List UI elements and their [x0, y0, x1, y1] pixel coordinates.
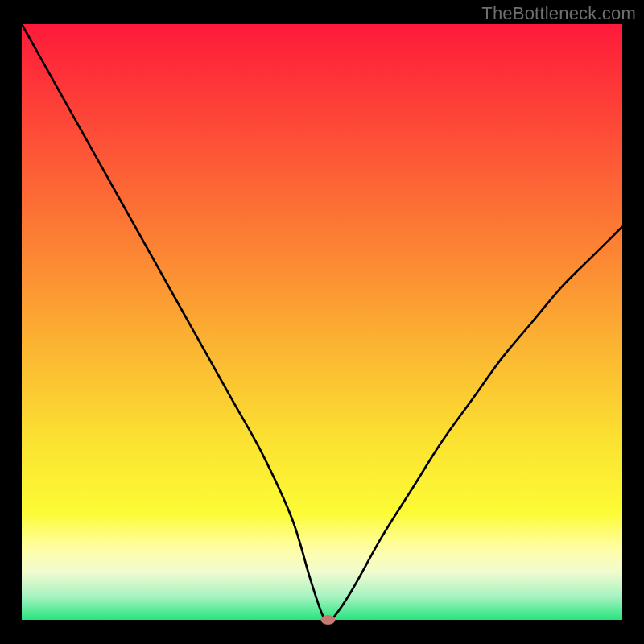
bottleneck-chart: [0, 0, 644, 644]
watermark-text: TheBottleneck.com: [481, 3, 636, 24]
chart-frame: TheBottleneck.com: [0, 0, 644, 644]
optimum-marker: [320, 615, 335, 625]
